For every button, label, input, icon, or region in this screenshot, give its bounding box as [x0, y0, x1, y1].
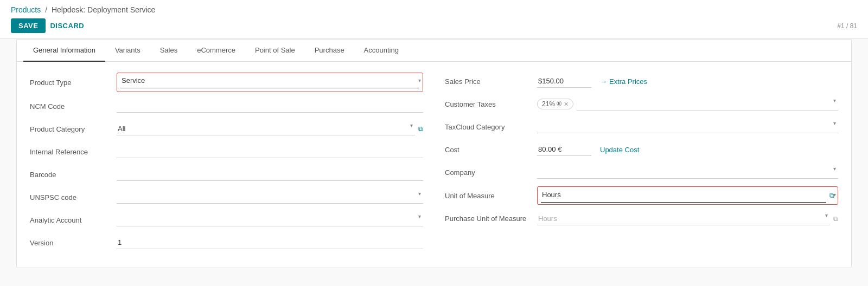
sales-price-input[interactable]: [537, 75, 591, 88]
analytic-account-row: Analytic Account ▾: [30, 211, 423, 229]
internal-reference-input[interactable]: [117, 145, 423, 158]
cost-row: Cost Update Cost: [445, 141, 838, 158]
tab-ecommerce[interactable]: eCommerce: [187, 40, 245, 62]
unit-of-measure-label: Unit of Measure: [445, 192, 537, 200]
ncm-code-row: NCM Code: [30, 98, 423, 115]
purchase-uom-value: Hours ▾ ⧉: [537, 212, 838, 225]
tax-badge-label: 21% ®: [542, 100, 561, 108]
product-type-row: Product Type Service Storable Product Co…: [30, 73, 423, 92]
unit-of-measure-row: Unit of Measure Hours Days ▾: [445, 186, 838, 205]
sales-price-label: Sales Price: [445, 77, 537, 86]
ncm-code-input[interactable]: [117, 100, 423, 113]
company-row: Company ▾: [445, 164, 838, 181]
tab-bar: General Information Variants Sales eComm…: [17, 40, 851, 62]
product-category-select[interactable]: All: [117, 122, 415, 135]
taxcloud-category-select[interactable]: [537, 120, 838, 133]
extra-prices-link[interactable]: → Extra Prices: [600, 77, 647, 86]
left-column: Product Type Service Storable Product Co…: [30, 73, 423, 257]
barcode-input[interactable]: [117, 168, 423, 181]
purchase-uom-select[interactable]: Hours: [537, 212, 830, 225]
unspsc-code-label: UNSPSC code: [30, 193, 117, 202]
sales-price-row: Sales Price → Extra Prices: [445, 73, 838, 90]
tax-badge: 21% ® ✕: [537, 99, 573, 109]
internal-reference-row: Internal Reference: [30, 143, 423, 160]
version-label: Version: [30, 239, 117, 247]
company-label: Company: [445, 168, 537, 177]
cost-value: Update Cost: [537, 143, 838, 156]
discard-button[interactable]: DISCARD: [50, 22, 84, 30]
product-type-value: Service Storable Product Consumable ▾: [117, 73, 423, 92]
internal-reference-label: Internal Reference: [30, 148, 117, 156]
version-input[interactable]: [117, 236, 423, 249]
barcode-value: [117, 168, 423, 181]
breadcrumb-separator: /: [45, 5, 47, 14]
breadcrumb-parent[interactable]: Products: [11, 5, 41, 14]
company-value: ▾: [537, 166, 838, 179]
version-row: Version: [30, 234, 423, 251]
product-type-select[interactable]: Service Storable Product Consumable: [120, 74, 419, 87]
customer-taxes-select[interactable]: [577, 98, 838, 110]
unspsc-code-row: UNSPSC code ▾: [30, 188, 423, 206]
product-category-value: All ▾ ⧉: [117, 122, 423, 135]
tab-sales[interactable]: Sales: [150, 40, 188, 62]
analytic-account-value: ▾: [117, 213, 423, 226]
breadcrumb: Products / Helpdesk: Deployment Service: [11, 5, 857, 14]
barcode-label: Barcode: [30, 171, 117, 179]
save-button[interactable]: SAVE: [11, 18, 46, 33]
update-cost-link[interactable]: Update Cost: [600, 146, 639, 154]
unit-of-measure-select[interactable]: Hours Days: [541, 188, 826, 201]
tab-general-information[interactable]: General Information: [23, 40, 105, 62]
customer-taxes-label: Customer Taxes: [445, 100, 537, 108]
taxcloud-category-value: ▾: [537, 120, 838, 133]
right-column: Sales Price → Extra Prices Customer Taxe…: [445, 73, 838, 257]
analytic-account-label: Analytic Account: [30, 216, 117, 224]
taxcloud-category-row: TaxCloud Category ▾: [445, 118, 838, 135]
tab-accounting[interactable]: Accounting: [354, 40, 409, 62]
company-select[interactable]: [537, 166, 838, 178]
internal-reference-value: [117, 145, 423, 158]
version-value: [117, 236, 423, 249]
arrow-right-icon: →: [600, 77, 607, 86]
purchase-uom-external-link-icon[interactable]: ⧉: [833, 215, 838, 223]
purchase-uom-label: Purchase Unit of Measure: [445, 214, 537, 224]
breadcrumb-current: Helpdesk: Deployment Service: [52, 5, 155, 14]
record-nav: #1 / 81: [837, 22, 857, 30]
sales-price-value: → Extra Prices: [537, 75, 838, 88]
product-category-row: Product Category All ▾ ⧉: [30, 120, 423, 138]
barcode-row: Barcode: [30, 166, 423, 183]
tab-purchase[interactable]: Purchase: [305, 40, 354, 62]
product-category-external-link-icon[interactable]: ⧉: [418, 125, 423, 133]
unit-of-measure-value: Hours Days ▾ ⧉: [537, 186, 838, 205]
taxcloud-category-label: TaxCloud Category: [445, 123, 537, 131]
customer-taxes-value: 21% ® ✕ ▾: [537, 98, 838, 110]
analytic-account-select[interactable]: [117, 213, 423, 226]
ncm-code-label: NCM Code: [30, 102, 117, 110]
tax-remove-button[interactable]: ✕: [564, 101, 569, 108]
ncm-code-value: [117, 100, 423, 113]
customer-taxes-row: Customer Taxes 21% ® ✕ ▾: [445, 95, 838, 113]
purchase-uom-row: Purchase Unit of Measure Hours ▾ ⧉: [445, 210, 838, 227]
unspsc-code-select[interactable]: [117, 191, 423, 203]
product-type-label: Product Type: [30, 79, 117, 87]
cost-input[interactable]: [537, 143, 591, 156]
tab-variants[interactable]: Variants: [105, 40, 150, 62]
cost-label: Cost: [445, 146, 537, 154]
uom-external-link-icon[interactable]: ⧉: [829, 192, 834, 199]
unspsc-code-value: ▾: [117, 191, 423, 204]
product-category-label: Product Category: [30, 125, 117, 133]
tab-point-of-sale[interactable]: Point of Sale: [245, 40, 305, 62]
